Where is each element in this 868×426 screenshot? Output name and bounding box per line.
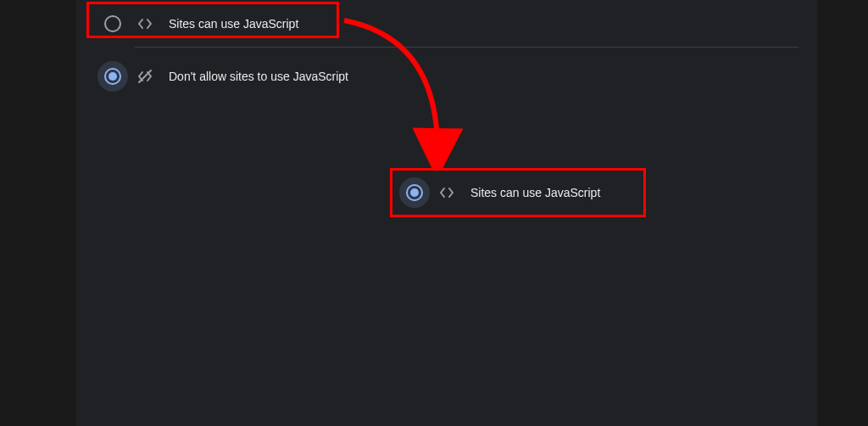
option-allow-javascript[interactable]: Sites can use JavaScript [89,3,314,44]
radio-selected-icon[interactable] [104,68,121,85]
option-label: Don't allow sites to use JavaScript [169,70,348,83]
radio-selected-icon [406,184,423,201]
radio-unselected-icon[interactable] [104,15,121,32]
divider [135,47,798,48]
code-icon [438,184,455,201]
callout-label: Sites can use JavaScript [470,186,600,199]
annotation-callout-after: Sites can use JavaScript [390,168,646,217]
svg-line-0 [139,70,151,82]
option-label: Sites can use JavaScript [169,17,298,31]
code-icon [136,15,153,32]
code-blocked-icon [136,68,153,85]
option-block-javascript[interactable]: Don't allow sites to use JavaScript [89,56,364,97]
